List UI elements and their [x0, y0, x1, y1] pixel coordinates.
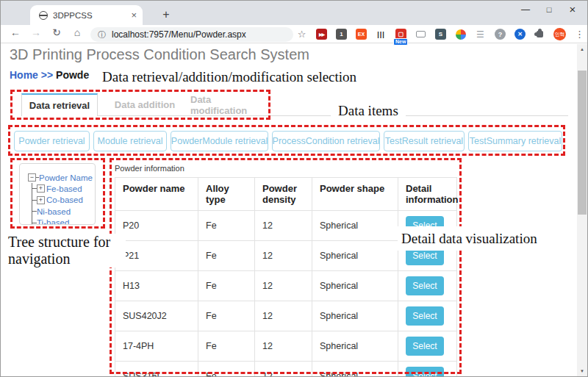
tree-item-label[interactable]: Ti-based [37, 218, 69, 225]
cell-powder-density: 12 [255, 331, 312, 362]
favicon-globe-icon [39, 11, 48, 20]
module-retrieval-button[interactable]: Module retrieval [93, 131, 167, 151]
browser-window: 3DPPCSS × + — □ × ← → ↻ ⌂ ⓘ localhost:79… [0, 0, 588, 377]
site-info-icon[interactable]: ⓘ [98, 29, 106, 40]
testsummary-retrieval-button[interactable]: TestSummary retrieval [468, 131, 562, 151]
cell-powder-shape: Spherical [312, 211, 398, 241]
breadcrumb-home-link[interactable]: Home [10, 69, 38, 81]
page-scrollbar[interactable]: ▲ ▼ [577, 44, 587, 376]
tree-item-label[interactable]: Ni-based [37, 207, 71, 216]
cell-powder-name: 17-4PH [115, 331, 198, 362]
cell-alloy-type: Fe [198, 362, 255, 377]
cell-powder-shape: Spherical [312, 301, 398, 331]
annotation-tree-label: Tree structure for navigation [8, 234, 126, 268]
tree-item-fe-based[interactable]: + Fe-based [32, 183, 95, 195]
cell-powder-density: 12 [255, 362, 312, 377]
cell-alloy-type: Fe [198, 301, 255, 331]
cell-powder-shape: Spherical [312, 241, 398, 271]
tab-close-icon[interactable]: × [131, 10, 137, 21]
maximize-button[interactable]: □ [537, 1, 561, 20]
tree-navigation-panel: − Powder Name + Fe-based + Co-based Ni-b… [19, 163, 96, 225]
table-row: 17-4PH Fe 12 Spherical Select [115, 331, 457, 362]
select-button[interactable]: Select [406, 306, 444, 326]
scroll-up-icon[interactable]: ▲ [577, 47, 587, 51]
cell-powder-density: 12 [255, 241, 312, 271]
cell-powder-density: 12 [255, 211, 312, 241]
forward-icon[interactable]: → [29, 26, 43, 38]
tree-item-label[interactable]: Fe-based [46, 184, 82, 193]
expand-icon[interactable]: + [37, 184, 45, 193]
tree-item-label[interactable]: Co-based [46, 195, 83, 204]
capture-extension-icon[interactable] [416, 31, 426, 37]
tab-data-modification[interactable]: Data modification [190, 93, 267, 116]
list-extension-icon[interactable]: ☰ [475, 29, 486, 40]
powder-table: Powder name Alloy type Powder density Po… [115, 177, 457, 377]
extensions-puzzle-icon[interactable] [537, 31, 543, 37]
powdermodule-retrieval-button[interactable]: PowderModule retrieval [171, 131, 268, 151]
page-title: 3D Printing Process Condition Search Sys… [10, 46, 309, 63]
x-extension-icon[interactable]: ✕ [514, 29, 526, 40]
column-header: Powder density [255, 178, 312, 211]
testresult-retrieval-button[interactable]: TestResult retrieval [384, 131, 465, 151]
tree-item-ti-based[interactable]: Ti-based [32, 218, 95, 226]
cell-alloy-type: Fe [198, 331, 255, 362]
fast-forward-extension-icon[interactable]: ▶▶ [316, 29, 327, 40]
new-tab-button[interactable]: + [157, 6, 175, 24]
select-button[interactable]: Select [406, 367, 444, 377]
tab-data-retrieval[interactable]: Data retrieval [21, 93, 98, 116]
cell-powder-name: P21 [115, 241, 198, 271]
cell-powder-name: P20 [115, 211, 198, 241]
s-extension-icon[interactable]: S [435, 29, 446, 40]
collapse-icon[interactable]: − [28, 173, 36, 182]
tree-root-label[interactable]: Powder Name [39, 173, 93, 182]
home-icon[interactable]: ⌂ [70, 26, 85, 38]
back-icon[interactable]: ← [8, 26, 23, 38]
cell-powder-shape: Spherical [312, 362, 398, 377]
browser-tab[interactable]: 3DPPCSS × [30, 5, 143, 25]
ex-extension-icon[interactable]: EX [356, 29, 367, 40]
tree-children: + Fe-based + Co-based Ni-based Ti-based [32, 183, 95, 225]
scrollbar-thumb[interactable] [578, 71, 587, 215]
url-text[interactable]: localhost:7957/Menu/Powder.aspx [112, 29, 246, 40]
expand-icon[interactable]: + [37, 196, 45, 204]
new-badge: New [393, 38, 408, 46]
processcondition-retrieval-button[interactable]: ProcessCondition retrieval [272, 131, 380, 151]
scroll-down-icon[interactable]: ▼ [577, 369, 587, 373]
bookmark-star-icon[interactable]: ☆ [298, 29, 306, 40]
select-button[interactable]: Select [406, 337, 444, 356]
tree-item-ni-based[interactable]: Ni-based [32, 206, 95, 218]
address-bar[interactable]: ⓘ localhost:7957/Menu/Powder.aspx [90, 27, 293, 42]
cell-alloy-type: Fe [198, 241, 255, 271]
cell-powder-shape: Spherical [312, 331, 398, 362]
help-extension-icon[interactable]: ? [495, 29, 506, 40]
profile-avatar[interactable]: 인혁 [553, 28, 566, 40]
table-caption: Powder information [115, 164, 184, 173]
table-row: SUS316L Fe 12 Spherical Select [115, 362, 457, 377]
column-header: Powder shape [312, 178, 398, 211]
breadcrumb: Home >> Powde [10, 69, 89, 81]
reload-icon[interactable]: ↻ [49, 26, 64, 38]
cell-alloy-type: Fe [198, 271, 255, 301]
stripes-extension-icon[interactable]: ||| [376, 29, 387, 40]
powder-retrieval-button[interactable]: Powder retrieval [14, 131, 90, 151]
table-row: H13 Fe 12 Spherical Select [115, 271, 457, 301]
breadcrumb-separator: >> [41, 69, 53, 81]
annotation-detail-label: Detail data visualization [398, 226, 556, 251]
tree-item-co-based[interactable]: + Co-based [32, 195, 95, 207]
minimize-button[interactable]: — [514, 1, 537, 20]
column-header: Powder name [115, 178, 198, 211]
breadcrumb-current: Powde [56, 69, 89, 81]
close-button[interactable]: × [561, 1, 584, 20]
tab-counter-extension-icon[interactable]: 1 [336, 29, 347, 40]
browser-menu-icon[interactable]: ⋮ [575, 29, 584, 40]
cell-alloy-type: Fe [198, 211, 255, 241]
select-button[interactable]: Select [406, 276, 444, 295]
photos-extension-icon[interactable] [456, 29, 466, 40]
window-controls: — □ × [514, 1, 584, 20]
extension-row: ☆ ▶▶ 1 EX ||| ▢ New S ☰ ? ✕ 인혁 ⋮ [292, 25, 588, 43]
table-header-row: Powder name Alloy type Powder density Po… [115, 178, 457, 211]
tab-data-addition[interactable]: Data addition [111, 93, 179, 116]
column-header: Alloy type [198, 178, 255, 211]
table-row: SUS420J2 Fe 12 Spherical Select [115, 301, 457, 331]
tree-root-node[interactable]: − Powder Name [28, 172, 95, 183]
